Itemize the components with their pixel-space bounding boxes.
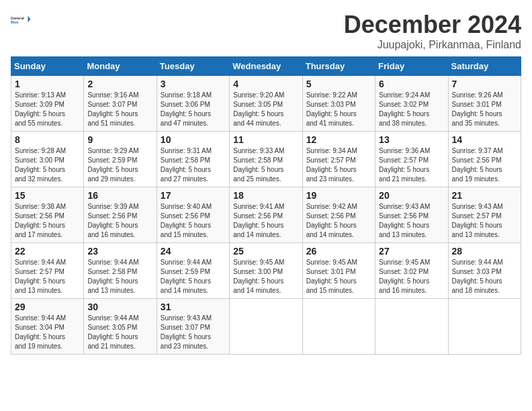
day-number: 5 — [306, 79, 371, 89]
day-number: 21 — [452, 190, 517, 201]
table-row: 29 Sunrise: 9:44 AMSunset: 3:04 PMDaylig… — [11, 299, 84, 355]
table-row: 8 Sunrise: 9:28 AMSunset: 3:00 PMDayligh… — [11, 132, 84, 187]
col-sunday: Sunday — [11, 57, 84, 76]
col-monday: Monday — [84, 57, 157, 76]
day-number: 8 — [15, 134, 80, 145]
table-row — [230, 299, 302, 355]
day-number: 22 — [15, 246, 80, 257]
day-number: 19 — [306, 190, 371, 201]
day-number: 17 — [161, 190, 226, 201]
day-number: 11 — [233, 134, 298, 145]
day-number: 25 — [233, 246, 298, 257]
day-number: 16 — [87, 190, 152, 201]
table-row: 5 Sunrise: 9:22 AMSunset: 3:03 PMDayligh… — [302, 76, 375, 132]
location-subtitle: Juupajoki, Pirkanmaa, Finland — [344, 39, 521, 51]
table-row: 21 Sunrise: 9:43 AMSunset: 2:57 PMDaylig… — [448, 187, 521, 243]
day-info: Sunrise: 9:44 AMSunset: 2:57 PMDaylight:… — [15, 258, 80, 295]
title-area: December 2024 Juupajoki, Pirkanmaa, Finl… — [344, 11, 521, 51]
table-row: 10 Sunrise: 9:31 AMSunset: 2:58 PMDaylig… — [157, 132, 229, 187]
col-thursday: Thursday — [302, 57, 375, 76]
table-row: 6 Sunrise: 9:24 AMSunset: 3:02 PMDayligh… — [375, 76, 448, 132]
svg-text:Blue: Blue — [11, 20, 19, 24]
table-row: 22 Sunrise: 9:44 AMSunset: 2:57 PMDaylig… — [11, 243, 84, 299]
table-row — [375, 299, 448, 355]
day-number: 28 — [452, 246, 517, 257]
table-row: 31 Sunrise: 9:43 AMSunset: 3:07 PMDaylig… — [157, 299, 229, 355]
col-tuesday: Tuesday — [157, 57, 229, 76]
day-info: Sunrise: 9:13 AMSunset: 3:09 PMDaylight:… — [15, 91, 80, 128]
day-info: Sunrise: 9:36 AMSunset: 2:57 PMDaylight:… — [379, 146, 444, 184]
calendar-week-row: 15 Sunrise: 9:38 AMSunset: 2:56 PMDaylig… — [11, 187, 521, 243]
table-row: 7 Sunrise: 9:26 AMSunset: 3:01 PMDayligh… — [448, 76, 521, 132]
table-row: 28 Sunrise: 9:44 AMSunset: 3:03 PMDaylig… — [448, 243, 521, 299]
day-info: Sunrise: 9:44 AMSunset: 3:03 PMDaylight:… — [452, 258, 517, 295]
table-row: 20 Sunrise: 9:43 AMSunset: 2:56 PMDaylig… — [375, 187, 448, 243]
svg-text:General: General — [11, 16, 24, 20]
table-row: 24 Sunrise: 9:44 AMSunset: 2:59 PMDaylig… — [157, 243, 229, 299]
day-info: Sunrise: 9:16 AMSunset: 3:07 PMDaylight:… — [87, 91, 152, 128]
day-info: Sunrise: 9:18 AMSunset: 3:06 PMDaylight:… — [161, 91, 226, 128]
day-number: 20 — [379, 190, 444, 201]
table-row: 27 Sunrise: 9:45 AMSunset: 3:02 PMDaylig… — [375, 243, 448, 299]
table-row: 4 Sunrise: 9:20 AMSunset: 3:05 PMDayligh… — [230, 76, 302, 132]
day-info: Sunrise: 9:38 AMSunset: 2:56 PMDaylight:… — [15, 202, 80, 240]
day-info: Sunrise: 9:24 AMSunset: 3:02 PMDaylight:… — [379, 91, 444, 128]
day-info: Sunrise: 9:20 AMSunset: 3:05 PMDaylight:… — [233, 91, 298, 128]
calendar-week-row: 22 Sunrise: 9:44 AMSunset: 2:57 PMDaylig… — [11, 243, 521, 299]
table-row: 15 Sunrise: 9:38 AMSunset: 2:56 PMDaylig… — [11, 187, 84, 243]
day-number: 9 — [87, 134, 152, 145]
day-number: 12 — [306, 134, 371, 145]
col-friday: Friday — [375, 57, 448, 76]
table-row — [448, 299, 521, 355]
day-info: Sunrise: 9:39 AMSunset: 2:56 PMDaylight:… — [87, 202, 152, 240]
day-info: Sunrise: 9:42 AMSunset: 2:56 PMDaylight:… — [306, 202, 371, 240]
calendar-table: Sunday Monday Tuesday Wednesday Thursday… — [11, 56, 521, 355]
day-number: 18 — [233, 190, 298, 201]
calendar-header-row: Sunday Monday Tuesday Wednesday Thursday… — [11, 57, 521, 76]
day-info: Sunrise: 9:29 AMSunset: 2:59 PMDaylight:… — [87, 146, 152, 184]
day-number: 2 — [87, 79, 152, 89]
day-info: Sunrise: 9:33 AMSunset: 2:58 PMDaylight:… — [233, 146, 298, 184]
day-info: Sunrise: 9:44 AMSunset: 2:59 PMDaylight:… — [161, 258, 226, 295]
table-row: 14 Sunrise: 9:37 AMSunset: 2:56 PMDaylig… — [448, 132, 521, 187]
header: GeneralBlue December 2024 Juupajoki, Pir… — [11, 11, 521, 51]
col-wednesday: Wednesday — [230, 57, 302, 76]
day-info: Sunrise: 9:43 AMSunset: 2:57 PMDaylight:… — [452, 202, 517, 240]
day-info: Sunrise: 9:28 AMSunset: 3:00 PMDaylight:… — [15, 146, 80, 184]
svg-marker-2 — [28, 16, 31, 23]
table-row — [302, 299, 375, 355]
table-row: 3 Sunrise: 9:18 AMSunset: 3:06 PMDayligh… — [157, 76, 229, 132]
day-number: 14 — [452, 134, 517, 145]
table-row: 18 Sunrise: 9:41 AMSunset: 2:56 PMDaylig… — [230, 187, 302, 243]
day-info: Sunrise: 9:37 AMSunset: 2:56 PMDaylight:… — [452, 146, 517, 184]
day-number: 3 — [161, 79, 226, 89]
day-info: Sunrise: 9:34 AMSunset: 2:57 PMDaylight:… — [306, 146, 371, 184]
table-row: 25 Sunrise: 9:45 AMSunset: 3:00 PMDaylig… — [230, 243, 302, 299]
day-info: Sunrise: 9:45 AMSunset: 3:00 PMDaylight:… — [233, 258, 298, 295]
calendar-week-row: 1 Sunrise: 9:13 AMSunset: 3:09 PMDayligh… — [11, 76, 521, 132]
day-number: 4 — [233, 79, 298, 89]
day-number: 15 — [15, 190, 80, 201]
table-row: 23 Sunrise: 9:44 AMSunset: 2:58 PMDaylig… — [84, 243, 157, 299]
day-number: 1 — [15, 79, 80, 89]
calendar-week-row: 29 Sunrise: 9:44 AMSunset: 3:04 PMDaylig… — [11, 299, 521, 355]
table-row: 19 Sunrise: 9:42 AMSunset: 2:56 PMDaylig… — [302, 187, 375, 243]
day-number: 27 — [379, 246, 444, 257]
day-number: 10 — [161, 134, 226, 145]
day-info: Sunrise: 9:31 AMSunset: 2:58 PMDaylight:… — [161, 146, 226, 184]
day-number: 31 — [161, 302, 226, 312]
table-row: 9 Sunrise: 9:29 AMSunset: 2:59 PMDayligh… — [84, 132, 157, 187]
day-info: Sunrise: 9:43 AMSunset: 2:56 PMDaylight:… — [379, 202, 444, 240]
day-info: Sunrise: 9:43 AMSunset: 3:07 PMDaylight:… — [161, 314, 226, 351]
logo-icon: GeneralBlue — [11, 11, 32, 30]
table-row: 30 Sunrise: 9:44 AMSunset: 3:05 PMDaylig… — [84, 299, 157, 355]
page-title: December 2024 — [344, 11, 521, 39]
day-number: 26 — [306, 246, 371, 257]
day-info: Sunrise: 9:45 AMSunset: 3:02 PMDaylight:… — [379, 258, 444, 295]
day-info: Sunrise: 9:40 AMSunset: 2:56 PMDaylight:… — [161, 202, 226, 240]
calendar-week-row: 8 Sunrise: 9:28 AMSunset: 3:00 PMDayligh… — [11, 132, 521, 187]
day-info: Sunrise: 9:44 AMSunset: 3:05 PMDaylight:… — [87, 314, 152, 351]
table-row: 16 Sunrise: 9:39 AMSunset: 2:56 PMDaylig… — [84, 187, 157, 243]
table-row: 13 Sunrise: 9:36 AMSunset: 2:57 PMDaylig… — [375, 132, 448, 187]
table-row: 1 Sunrise: 9:13 AMSunset: 3:09 PMDayligh… — [11, 76, 84, 132]
